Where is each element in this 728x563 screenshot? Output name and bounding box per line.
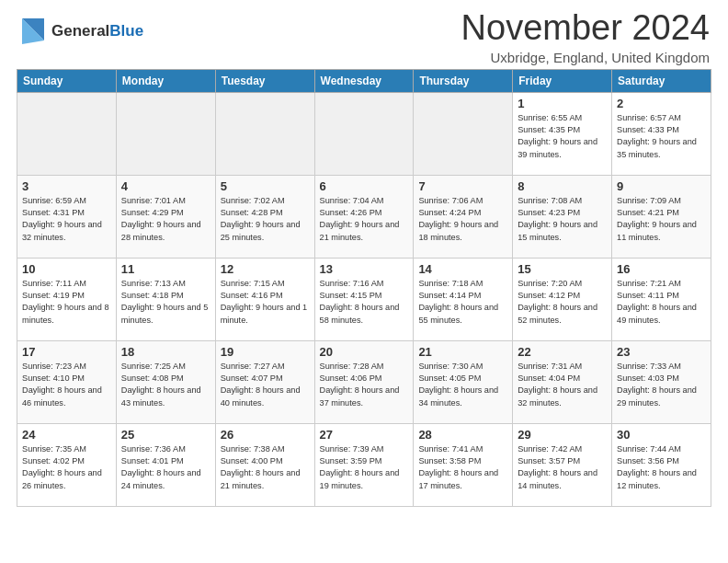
month-title: November 2024 (461, 9, 710, 48)
day-info: Sunrise: 7:11 AM Sunset: 4:19 PM Dayligh… (22, 278, 111, 327)
table-row: 5Sunrise: 7:02 AM Sunset: 4:28 PM Daylig… (215, 175, 314, 258)
table-row: 7Sunrise: 7:06 AM Sunset: 4:24 PM Daylig… (414, 175, 513, 258)
col-thursday: Thursday (414, 69, 513, 92)
logo-blue: Blue (109, 22, 143, 40)
day-number: 6 (320, 179, 409, 193)
table-row: 24Sunrise: 7:35 AM Sunset: 4:02 PM Dayli… (17, 423, 117, 506)
col-sunday: Sunday (17, 69, 117, 92)
day-number: 16 (617, 262, 706, 276)
table-row: 16Sunrise: 7:21 AM Sunset: 4:11 PM Dayli… (612, 258, 711, 340)
day-info: Sunrise: 7:28 AM Sunset: 4:06 PM Dayligh… (320, 361, 409, 409)
col-tuesday: Tuesday (215, 69, 314, 92)
table-row (414, 92, 513, 175)
day-info: Sunrise: 7:08 AM Sunset: 4:23 PM Dayligh… (518, 195, 607, 244)
day-info: Sunrise: 7:39 AM Sunset: 3:59 PM Dayligh… (320, 443, 409, 492)
col-monday: Monday (116, 69, 215, 92)
day-info: Sunrise: 7:16 AM Sunset: 4:15 PM Dayligh… (320, 278, 409, 327)
day-info: Sunrise: 7:20 AM Sunset: 4:12 PM Dayligh… (518, 278, 607, 327)
table-row: 1Sunrise: 6:55 AM Sunset: 4:35 PM Daylig… (513, 92, 612, 175)
day-number: 4 (121, 179, 210, 193)
day-info: Sunrise: 7:31 AM Sunset: 4:04 PM Dayligh… (518, 361, 607, 409)
col-friday: Friday (513, 69, 612, 92)
table-row: 6Sunrise: 7:04 AM Sunset: 4:26 PM Daylig… (314, 175, 414, 258)
day-number: 9 (617, 179, 706, 193)
day-number: 24 (22, 428, 111, 442)
day-number: 30 (617, 428, 706, 442)
day-info: Sunrise: 7:06 AM Sunset: 4:24 PM Dayligh… (418, 195, 507, 244)
day-number: 1 (518, 97, 607, 110)
table-row: 3Sunrise: 6:59 AM Sunset: 4:31 PM Daylig… (17, 175, 117, 258)
calendar-week-row: 3Sunrise: 6:59 AM Sunset: 4:31 PM Daylig… (17, 175, 711, 258)
day-info: Sunrise: 6:55 AM Sunset: 4:35 PM Dayligh… (518, 112, 607, 161)
day-number: 15 (518, 262, 607, 276)
day-number: 18 (121, 345, 210, 359)
calendar-week-row: 1Sunrise: 6:55 AM Sunset: 4:35 PM Daylig… (17, 92, 711, 175)
day-info: Sunrise: 7:09 AM Sunset: 4:21 PM Dayligh… (617, 195, 706, 244)
calendar-week-row: 24Sunrise: 7:35 AM Sunset: 4:02 PM Dayli… (17, 423, 711, 506)
table-row: 26Sunrise: 7:38 AM Sunset: 4:00 PM Dayli… (215, 423, 314, 506)
table-row (215, 92, 314, 175)
day-number: 2 (617, 97, 706, 110)
col-saturday: Saturday (612, 69, 711, 92)
day-number: 17 (22, 345, 111, 359)
table-row: 8Sunrise: 7:08 AM Sunset: 4:23 PM Daylig… (513, 175, 612, 258)
table-row: 11Sunrise: 7:13 AM Sunset: 4:18 PM Dayli… (116, 258, 215, 340)
table-row (314, 92, 414, 175)
day-number: 22 (518, 345, 607, 359)
day-number: 8 (518, 179, 607, 193)
title-area: November 2024 Uxbridge, England, United … (461, 9, 710, 65)
day-number: 3 (22, 179, 111, 193)
day-info: Sunrise: 6:59 AM Sunset: 4:31 PM Dayligh… (22, 195, 111, 244)
table-row (116, 92, 215, 175)
day-info: Sunrise: 7:25 AM Sunset: 4:08 PM Dayligh… (121, 361, 210, 409)
day-info: Sunrise: 7:21 AM Sunset: 4:11 PM Dayligh… (617, 278, 706, 327)
day-number: 20 (320, 345, 409, 359)
calendar-header-row: Sunday Monday Tuesday Wednesday Thursday… (17, 69, 711, 92)
table-row: 14Sunrise: 7:18 AM Sunset: 4:14 PM Dayli… (414, 258, 513, 340)
calendar-week-row: 17Sunrise: 7:23 AM Sunset: 4:10 PM Dayli… (17, 340, 711, 423)
day-info: Sunrise: 7:27 AM Sunset: 4:07 PM Dayligh… (221, 361, 310, 409)
day-info: Sunrise: 7:30 AM Sunset: 4:05 PM Dayligh… (418, 361, 507, 409)
table-row: 10Sunrise: 7:11 AM Sunset: 4:19 PM Dayli… (17, 258, 117, 340)
day-info: Sunrise: 7:41 AM Sunset: 3:58 PM Dayligh… (418, 443, 507, 492)
table-row: 28Sunrise: 7:41 AM Sunset: 3:58 PM Dayli… (414, 423, 513, 506)
table-row: 18Sunrise: 7:25 AM Sunset: 4:08 PM Dayli… (116, 340, 215, 423)
table-row: 20Sunrise: 7:28 AM Sunset: 4:06 PM Dayli… (314, 340, 414, 423)
day-number: 12 (221, 262, 310, 276)
table-row (17, 92, 117, 175)
col-wednesday: Wednesday (314, 69, 414, 92)
day-number: 11 (121, 262, 210, 276)
location: Uxbridge, England, United Kingdom (461, 50, 710, 65)
calendar-week-row: 10Sunrise: 7:11 AM Sunset: 4:19 PM Dayli… (17, 258, 711, 340)
day-info: Sunrise: 7:38 AM Sunset: 4:00 PM Dayligh… (221, 443, 310, 492)
logo-icon (18, 15, 48, 48)
day-info: Sunrise: 7:18 AM Sunset: 4:14 PM Dayligh… (418, 278, 507, 327)
logo-text: General Blue (51, 22, 143, 40)
table-row: 30Sunrise: 7:44 AM Sunset: 3:56 PM Dayli… (612, 423, 711, 506)
day-info: Sunrise: 7:36 AM Sunset: 4:01 PM Dayligh… (121, 443, 210, 492)
day-info: Sunrise: 7:13 AM Sunset: 4:18 PM Dayligh… (121, 278, 210, 327)
table-row: 25Sunrise: 7:36 AM Sunset: 4:01 PM Dayli… (116, 423, 215, 506)
day-number: 7 (418, 179, 507, 193)
day-number: 13 (320, 262, 409, 276)
table-row: 13Sunrise: 7:16 AM Sunset: 4:15 PM Dayli… (314, 258, 414, 340)
table-row: 21Sunrise: 7:30 AM Sunset: 4:05 PM Dayli… (414, 340, 513, 423)
day-number: 14 (418, 262, 507, 276)
table-row: 15Sunrise: 7:20 AM Sunset: 4:12 PM Dayli… (513, 258, 612, 340)
day-number: 27 (320, 428, 409, 442)
day-info: Sunrise: 7:35 AM Sunset: 4:02 PM Dayligh… (22, 443, 111, 492)
day-info: Sunrise: 7:23 AM Sunset: 4:10 PM Dayligh… (22, 361, 111, 409)
table-row: 29Sunrise: 7:42 AM Sunset: 3:57 PM Dayli… (513, 423, 612, 506)
table-row: 12Sunrise: 7:15 AM Sunset: 4:16 PM Dayli… (215, 258, 314, 340)
day-info: Sunrise: 7:33 AM Sunset: 4:03 PM Dayligh… (617, 361, 706, 409)
day-info: Sunrise: 7:02 AM Sunset: 4:28 PM Dayligh… (221, 195, 310, 244)
table-row: 19Sunrise: 7:27 AM Sunset: 4:07 PM Dayli… (215, 340, 314, 423)
day-info: Sunrise: 7:15 AM Sunset: 4:16 PM Dayligh… (221, 278, 310, 327)
calendar-wrapper: Sunday Monday Tuesday Wednesday Thursday… (0, 69, 728, 507)
day-number: 25 (121, 428, 210, 442)
logo-general: General (51, 22, 109, 40)
day-number: 21 (418, 345, 507, 359)
table-row: 17Sunrise: 7:23 AM Sunset: 4:10 PM Dayli… (17, 340, 117, 423)
day-info: Sunrise: 6:57 AM Sunset: 4:33 PM Dayligh… (617, 112, 706, 161)
day-number: 26 (221, 428, 310, 442)
